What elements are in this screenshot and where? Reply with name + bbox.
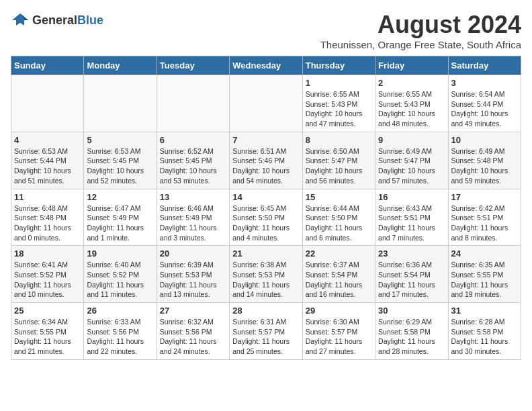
day-number: 12: [87, 192, 153, 202]
calendar-cell: 26Sunrise: 6:33 AM Sunset: 5:56 PM Dayli…: [84, 303, 157, 360]
day-number: 6: [160, 135, 226, 145]
day-number: 4: [14, 135, 81, 145]
day-number: 27: [160, 306, 226, 316]
day-info: Sunrise: 6:43 AM Sunset: 5:51 PM Dayligh…: [378, 203, 445, 243]
calendar-cell: 19Sunrise: 6:40 AM Sunset: 5:52 PM Dayli…: [84, 246, 157, 303]
day-info: Sunrise: 6:35 AM Sunset: 5:55 PM Dayligh…: [451, 260, 518, 300]
calendar-cell: 22Sunrise: 6:37 AM Sunset: 5:54 PM Dayli…: [302, 246, 375, 303]
calendar-cell: 8Sunrise: 6:50 AM Sunset: 5:47 PM Daylig…: [302, 132, 375, 189]
calendar-cell: 10Sunrise: 6:49 AM Sunset: 5:48 PM Dayli…: [448, 132, 521, 189]
header-day-tuesday: Tuesday: [157, 56, 229, 75]
calendar-cell: [84, 75, 157, 132]
day-info: Sunrise: 6:45 AM Sunset: 5:50 PM Dayligh…: [232, 203, 299, 243]
day-info: Sunrise: 6:38 AM Sunset: 5:53 PM Dayligh…: [232, 260, 299, 300]
calendar-cell: 23Sunrise: 6:36 AM Sunset: 5:54 PM Dayli…: [375, 246, 448, 303]
calendar-cell: [157, 75, 229, 132]
calendar-cell: 20Sunrise: 6:39 AM Sunset: 5:53 PM Dayli…: [157, 246, 229, 303]
day-info: Sunrise: 6:44 AM Sunset: 5:50 PM Dayligh…: [306, 203, 372, 243]
calendar-table: SundayMondayTuesdayWednesdayThursdayFrid…: [11, 56, 521, 360]
calendar-cell: 30Sunrise: 6:29 AM Sunset: 5:58 PM Dayli…: [375, 303, 448, 360]
day-info: Sunrise: 6:32 AM Sunset: 5:56 PM Dayligh…: [160, 317, 226, 357]
day-number: 14: [232, 192, 299, 202]
header-day-thursday: Thursday: [302, 56, 375, 75]
day-number: 26: [87, 306, 153, 316]
calendar-body: 1Sunrise: 6:55 AM Sunset: 5:43 PM Daylig…: [11, 75, 521, 360]
day-number: 20: [160, 248, 226, 259]
day-number: 29: [306, 306, 372, 316]
day-number: 23: [378, 248, 445, 259]
day-info: Sunrise: 6:28 AM Sunset: 5:58 PM Dayligh…: [451, 317, 518, 357]
day-number: 22: [306, 248, 372, 259]
calendar-cell: 13Sunrise: 6:46 AM Sunset: 5:49 PM Dayli…: [157, 189, 229, 246]
day-number: 11: [14, 192, 81, 202]
calendar-cell: 24Sunrise: 6:35 AM Sunset: 5:55 PM Dayli…: [448, 246, 521, 303]
calendar-week-row: 25Sunrise: 6:34 AM Sunset: 5:55 PM Dayli…: [11, 303, 521, 360]
day-number: 19: [87, 248, 153, 259]
day-number: 30: [378, 306, 445, 316]
day-info: Sunrise: 6:33 AM Sunset: 5:56 PM Dayligh…: [87, 317, 153, 357]
calendar-week-row: 4Sunrise: 6:53 AM Sunset: 5:44 PM Daylig…: [11, 132, 521, 189]
day-info: Sunrise: 6:29 AM Sunset: 5:58 PM Dayligh…: [378, 317, 445, 357]
day-info: Sunrise: 6:36 AM Sunset: 5:54 PM Dayligh…: [378, 260, 445, 300]
day-info: Sunrise: 6:55 AM Sunset: 5:43 PM Dayligh…: [306, 89, 372, 129]
day-number: 2: [378, 78, 445, 88]
calendar-cell: 25Sunrise: 6:34 AM Sunset: 5:55 PM Dayli…: [11, 303, 84, 360]
subtitle: Theunissen, Orange Free State, South Afr…: [320, 39, 521, 50]
calendar-cell: 28Sunrise: 6:31 AM Sunset: 5:57 PM Dayli…: [230, 303, 302, 360]
logo-bird-icon: [11, 11, 30, 30]
day-info: Sunrise: 6:40 AM Sunset: 5:52 PM Dayligh…: [87, 260, 153, 300]
day-info: Sunrise: 6:48 AM Sunset: 5:48 PM Dayligh…: [14, 203, 81, 243]
day-info: Sunrise: 6:41 AM Sunset: 5:52 PM Dayligh…: [14, 260, 81, 300]
day-number: 13: [160, 192, 226, 202]
day-info: Sunrise: 6:37 AM Sunset: 5:54 PM Dayligh…: [306, 260, 372, 300]
day-number: 21: [232, 248, 299, 259]
day-info: Sunrise: 6:42 AM Sunset: 5:51 PM Dayligh…: [451, 203, 518, 243]
calendar-week-row: 11Sunrise: 6:48 AM Sunset: 5:48 PM Dayli…: [11, 189, 521, 246]
calendar-cell: 29Sunrise: 6:30 AM Sunset: 5:57 PM Dayli…: [302, 303, 375, 360]
day-info: Sunrise: 6:52 AM Sunset: 5:45 PM Dayligh…: [160, 146, 226, 186]
day-info: Sunrise: 6:55 AM Sunset: 5:43 PM Dayligh…: [378, 89, 445, 129]
header-day-sunday: Sunday: [11, 56, 84, 75]
calendar-week-row: 18Sunrise: 6:41 AM Sunset: 5:52 PM Dayli…: [11, 246, 521, 303]
calendar-cell: 27Sunrise: 6:32 AM Sunset: 5:56 PM Dayli…: [157, 303, 229, 360]
header-day-saturday: Saturday: [448, 56, 521, 75]
day-info: Sunrise: 6:49 AM Sunset: 5:48 PM Dayligh…: [451, 146, 518, 186]
calendar-cell: 3Sunrise: 6:54 AM Sunset: 5:44 PM Daylig…: [448, 75, 521, 132]
day-info: Sunrise: 6:34 AM Sunset: 5:55 PM Dayligh…: [14, 317, 81, 357]
header: GeneralBlue August 2024 Theunissen, Oran…: [11, 11, 521, 50]
calendar-cell: 1Sunrise: 6:55 AM Sunset: 5:43 PM Daylig…: [302, 75, 375, 132]
calendar-cell: [230, 75, 302, 132]
calendar-cell: 14Sunrise: 6:45 AM Sunset: 5:50 PM Dayli…: [230, 189, 302, 246]
calendar-cell: 5Sunrise: 6:53 AM Sunset: 5:45 PM Daylig…: [84, 132, 157, 189]
day-info: Sunrise: 6:53 AM Sunset: 5:44 PM Dayligh…: [14, 146, 81, 186]
calendar-cell: [11, 75, 84, 132]
day-number: 24: [451, 248, 518, 259]
day-number: 8: [306, 135, 372, 145]
calendar-cell: 16Sunrise: 6:43 AM Sunset: 5:51 PM Dayli…: [375, 189, 448, 246]
logo-text-general: General: [32, 13, 77, 27]
day-info: Sunrise: 6:47 AM Sunset: 5:49 PM Dayligh…: [87, 203, 153, 243]
calendar-cell: 2Sunrise: 6:55 AM Sunset: 5:43 PM Daylig…: [375, 75, 448, 132]
day-info: Sunrise: 6:49 AM Sunset: 5:47 PM Dayligh…: [378, 146, 445, 186]
day-number: 25: [14, 306, 81, 316]
day-number: 7: [232, 135, 299, 145]
day-number: 9: [378, 135, 445, 145]
logo: GeneralBlue: [11, 11, 103, 30]
day-number: 3: [451, 78, 518, 88]
day-number: 10: [451, 135, 518, 145]
day-number: 31: [451, 306, 518, 316]
day-info: Sunrise: 6:53 AM Sunset: 5:45 PM Dayligh…: [87, 146, 153, 186]
calendar-cell: 18Sunrise: 6:41 AM Sunset: 5:52 PM Dayli…: [11, 246, 84, 303]
calendar-cell: 7Sunrise: 6:51 AM Sunset: 5:46 PM Daylig…: [230, 132, 302, 189]
calendar-cell: 31Sunrise: 6:28 AM Sunset: 5:58 PM Dayli…: [448, 303, 521, 360]
day-number: 18: [14, 248, 81, 259]
day-info: Sunrise: 6:30 AM Sunset: 5:57 PM Dayligh…: [306, 317, 372, 357]
calendar-cell: 12Sunrise: 6:47 AM Sunset: 5:49 PM Dayli…: [84, 189, 157, 246]
calendar-cell: 15Sunrise: 6:44 AM Sunset: 5:50 PM Dayli…: [302, 189, 375, 246]
day-number: 15: [306, 192, 372, 202]
day-info: Sunrise: 6:54 AM Sunset: 5:44 PM Dayligh…: [451, 89, 518, 129]
calendar-header: SundayMondayTuesdayWednesdayThursdayFrid…: [11, 56, 521, 75]
main-title: August 2024: [320, 11, 521, 39]
day-number: 17: [451, 192, 518, 202]
header-day-friday: Friday: [375, 56, 448, 75]
